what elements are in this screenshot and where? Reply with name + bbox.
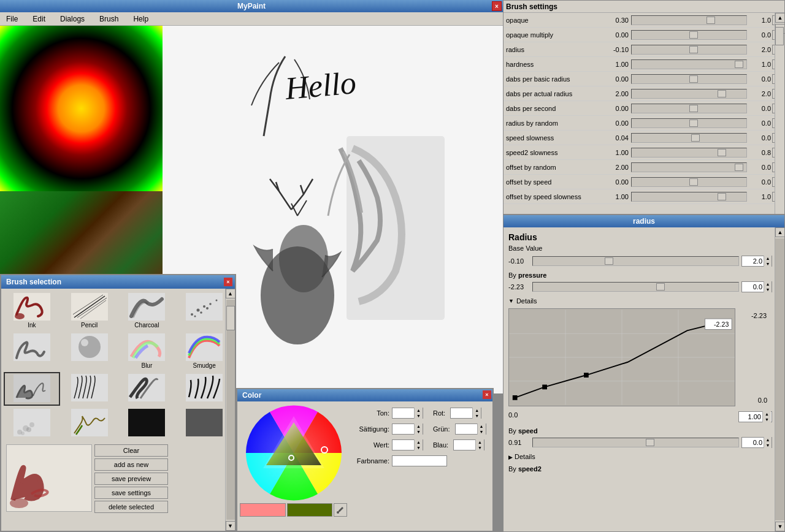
rp-scroll-up[interactable]: ▲ [775, 227, 785, 237]
add-as-new-button[interactable]: add as new [94, 458, 168, 471]
grun-input[interactable]: 109 [456, 425, 477, 433]
bs-thumb-1[interactable] [689, 31, 698, 39]
brush-cell-row4col1[interactable] [61, 407, 118, 439]
bs-thumb-3[interactable] [735, 61, 743, 68]
rp-base-val-right[interactable]: ▲▼ [741, 256, 772, 267]
rp-pressure-slider[interactable] [532, 282, 739, 292]
rp-base-slider[interactable] [532, 256, 739, 266]
bs-slider-12[interactable] [631, 192, 747, 202]
grun-input-wrapper[interactable]: 109 ▲▼ [455, 424, 486, 435]
wert-down[interactable]: ▼ [414, 445, 423, 450]
brush-cell-row4col3[interactable] [176, 407, 232, 439]
bs-slider-2[interactable] [631, 45, 747, 55]
rp-scroll-down[interactable]: ▼ [775, 522, 785, 531]
rp-bottom-down[interactable]: ▼ [762, 417, 771, 422]
bs-thumb-4[interactable] [689, 75, 698, 83]
color-wheel-container[interactable] [245, 404, 343, 502]
blau-down[interactable]: ▼ [475, 445, 484, 450]
sattigung-input[interactable]: 100 [392, 425, 414, 433]
rp-bottom-input[interactable] [739, 413, 762, 420]
brush-cell-row2col1[interactable] [61, 332, 118, 371]
menu-help[interactable]: Help [129, 13, 152, 25]
rot-down[interactable]: ▼ [472, 413, 481, 419]
rp-speed-down[interactable]: ▼ [764, 443, 772, 448]
save-preview-button[interactable]: save preview [94, 473, 168, 485]
brush-cell-pencil[interactable]: Pencil [61, 291, 118, 330]
rp-pressure-slider-thumb[interactable] [656, 283, 665, 291]
grun-up[interactable]: ▲ [477, 424, 486, 429]
bs-thumb-9[interactable] [718, 149, 726, 156]
bs-slider-5[interactable] [631, 89, 747, 99]
bs-slider-11[interactable] [631, 177, 747, 187]
swatch-1[interactable] [240, 503, 286, 517]
bs-thumb-0[interactable] [706, 17, 715, 24]
rp-speed-slider-thumb[interactable] [646, 439, 654, 446]
ton-input-wrapper[interactable]: 75 ▲▼ [392, 408, 423, 419]
brush-cell-row2col0[interactable] [4, 332, 60, 371]
color-picker-button[interactable] [334, 503, 347, 517]
rp-base-right-input[interactable] [742, 257, 764, 265]
curve-point-3[interactable] [584, 373, 589, 378]
rp-bottom-right-input[interactable]: ▲▼ [738, 411, 772, 422]
rp-pressure-right-input[interactable] [742, 283, 764, 291]
bs-slider-1[interactable] [631, 30, 747, 40]
wert-input-wrapper[interactable]: 43 ▲▼ [392, 439, 423, 450]
menu-edit[interactable]: Edit [29, 13, 49, 25]
farbname-input[interactable]: #526D00 [392, 455, 447, 466]
rp-base-down[interactable]: ▼ [764, 261, 772, 267]
rp-speed-right-input[interactable] [742, 439, 764, 446]
bs-slider-4[interactable] [631, 74, 747, 84]
bs-thumb-10[interactable] [735, 164, 743, 171]
sattigung-up[interactable]: ▲ [414, 424, 423, 429]
ton-input[interactable]: 75 [392, 409, 414, 417]
bs-slider-7[interactable] [631, 118, 747, 128]
rot-input-wrapper[interactable]: 82 ▲▼ [450, 408, 481, 419]
bs-thumb-12[interactable] [718, 193, 726, 200]
clear-button[interactable]: Clear [94, 444, 168, 457]
bs-slider-9[interactable] [631, 148, 747, 158]
rot-input[interactable]: 82 [451, 409, 472, 417]
rp-pressure-down[interactable]: ▼ [764, 287, 772, 292]
grun-down[interactable]: ▼ [477, 429, 486, 435]
curve-graph[interactable]: -2.23 -2.23 [508, 308, 735, 406]
rp-pressure-up[interactable]: ▲ [764, 281, 772, 287]
sattigung-down[interactable]: ▼ [414, 429, 423, 435]
rp-base-slider-thumb[interactable] [605, 257, 613, 265]
ton-down[interactable]: ▼ [414, 413, 423, 419]
sattigung-input-wrapper[interactable]: 100 ▲▼ [392, 424, 423, 435]
brush-cell-charcoal[interactable]: Charcoal [119, 291, 175, 330]
menu-dialogs[interactable]: Dialogs [56, 13, 88, 25]
color-close-button[interactable]: × [483, 390, 491, 399]
brush-cell-smudge[interactable]: Smudge [176, 332, 232, 371]
brush-cell-row3col2[interactable] [119, 372, 175, 406]
curve-point-2[interactable] [542, 385, 547, 390]
brush-cell-ink[interactable]: Ink [4, 291, 60, 330]
menu-file[interactable]: File [2, 13, 21, 25]
brush-cell-row4col0[interactable] [4, 407, 60, 439]
ton-up[interactable]: ▲ [414, 408, 423, 413]
bs-scroll-up[interactable]: ▲ [775, 13, 785, 23]
scroll-down-button[interactable]: ▼ [226, 521, 236, 531]
wert-up[interactable]: ▲ [414, 439, 423, 445]
curve-point-1[interactable] [513, 395, 518, 400]
scroll-up-button[interactable]: ▲ [226, 289, 236, 298]
rp-base-up[interactable]: ▲ [764, 256, 772, 261]
bs-scroll-thumb[interactable] [775, 27, 784, 45]
brush-cell-row3col1[interactable] [61, 372, 118, 406]
save-settings-button[interactable]: save settings [94, 487, 168, 499]
wert-input[interactable]: 43 [392, 441, 414, 449]
menu-brush[interactable]: Brush [96, 13, 122, 25]
rp-speed-up[interactable]: ▲ [764, 437, 772, 443]
brush-cell-blur[interactable]: Blur [119, 332, 175, 371]
rot-up[interactable]: ▲ [472, 408, 481, 413]
bs-thumb-2[interactable] [689, 46, 698, 53]
close-button[interactable]: × [492, 1, 502, 11]
bs-slider-8[interactable] [631, 133, 747, 143]
bs-thumb-5[interactable] [718, 90, 726, 97]
rp-bottom-up[interactable]: ▲ [762, 411, 771, 417]
rp-details-toggle[interactable]: ▼ Details [508, 297, 772, 305]
swatch-2[interactable] [287, 503, 333, 517]
bs-slider-10[interactable] [631, 162, 747, 172]
bs-thumb-7[interactable] [689, 120, 698, 127]
brush-cell-row4col2[interactable] [119, 407, 175, 439]
